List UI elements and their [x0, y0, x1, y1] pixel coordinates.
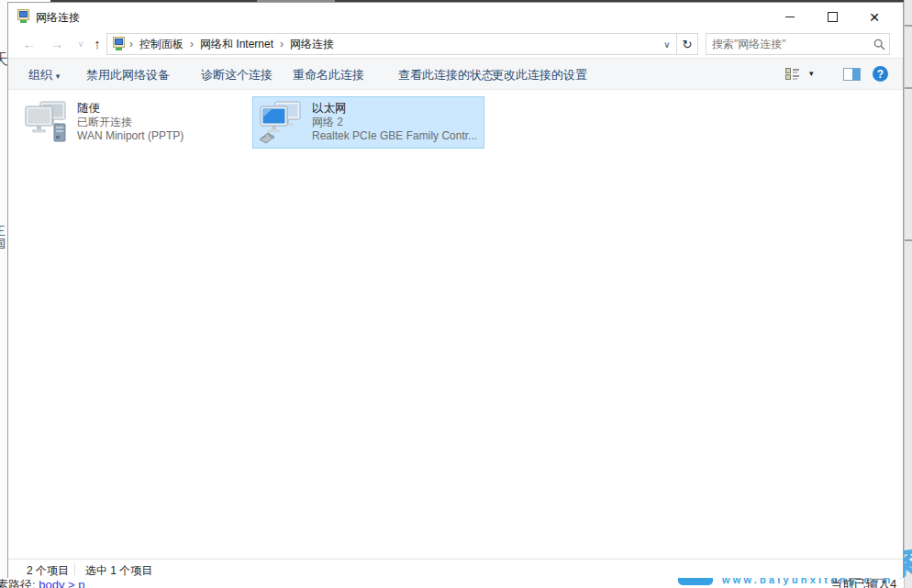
window-title: 网络连接 [36, 10, 80, 26]
search-icon [873, 39, 885, 50]
status-separator [74, 563, 75, 575]
left-fragment: 天 [0, 50, 7, 70]
address-dropdown-button[interactable]: ∨ [658, 39, 676, 50]
change-settings-button[interactable]: 更改此连接的设置 [492, 67, 587, 83]
connection-name: 以太网 [312, 102, 477, 116]
element-path-link[interactable]: body > p [39, 578, 84, 588]
chevron-down-icon: ∨ [663, 39, 670, 50]
network-connections-icon [16, 9, 30, 24]
disable-device-button[interactable]: 禁用此网络设备 [86, 67, 170, 83]
items-count: 2 个项目 [27, 563, 69, 579]
up-button[interactable]: ↑ [87, 34, 107, 54]
connection-text: 随便 已断开连接 WAN Miniport (PPTP) [77, 102, 184, 143]
refresh-icon: ↻ [683, 38, 693, 51]
connection-name: 随便 [77, 102, 184, 116]
organize-menu-button[interactable]: 组织 ▾ [28, 67, 60, 83]
breadcrumb-network-internet[interactable]: 网络和 Internet [194, 37, 280, 52]
background-left-strip: ( 天 王 国 [0, 0, 7, 588]
connection-text: 以太网 网络 2 Realtek PCIe GBE Family Contr..… [312, 102, 477, 143]
minimize-icon [785, 17, 795, 17]
element-path-label: 素路径: [0, 578, 36, 588]
search-button[interactable] [869, 39, 889, 50]
breadcrumb-network-connections[interactable]: 网络连接 [284, 37, 340, 52]
organize-label: 组织 [28, 68, 52, 82]
maximize-icon [828, 12, 838, 22]
help-icon: ? [877, 68, 884, 81]
scrollbar-mark [905, 239, 912, 241]
help-button[interactable]: ? [873, 66, 888, 82]
rename-connection-button[interactable]: 重命名此连接 [293, 67, 364, 83]
preview-pane-icon[interactable] [843, 68, 861, 81]
rj45-connector [260, 133, 274, 143]
view-status-button[interactable]: 查看此连接的状态 [398, 67, 494, 83]
chevron-down-icon: ▾ [56, 72, 61, 81]
address-bar[interactable]: › 控制面板 › 网络和 Internet › 网络连接 ∨ ↻ [106, 33, 698, 55]
maximize-button[interactable] [811, 3, 853, 30]
status-bar: 2 个项目 选中 1 个项目 [8, 559, 903, 578]
close-button[interactable]: × [853, 3, 895, 30]
screen: ( 天 王 国 素路径: body > p 当前已输入4 网络连接 [0, 0, 912, 588]
scrollbar-mark [905, 25, 912, 27]
selected-count: 选中 1 个项目 [85, 563, 152, 579]
left-fragment: 国 [0, 236, 6, 252]
connection-device: WAN Miniport (PPTP) [77, 129, 184, 143]
scrollbar-mark [905, 87, 912, 89]
connection-item-wan-miniport[interactable]: 随便 已断开连接 WAN Miniport (PPTP) [17, 96, 243, 149]
view-dropdown-button[interactable]: ▾ [809, 69, 814, 78]
search-input[interactable] [706, 38, 869, 50]
chevron-down-icon: ▾ [809, 69, 814, 78]
forward-button[interactable]: → [47, 34, 67, 54]
diagnose-connection-button[interactable]: 诊断这个连接 [201, 67, 272, 83]
up-icon: ↑ [94, 36, 101, 51]
minimize-button[interactable] [769, 3, 811, 30]
chevron-down-icon: ∨ [78, 39, 84, 49]
search-box [706, 33, 890, 55]
connection-status: 网络 2 [312, 116, 477, 129]
forward-icon: → [50, 36, 64, 51]
disconnected-network-icon [22, 99, 70, 147]
refresh-button[interactable]: ↻ [676, 34, 697, 54]
navigation-bar: ← → ∨ ↑ › 控制面板 › 网络和 Internet [8, 30, 903, 59]
connection-item-ethernet[interactable]: 以太网 网络 2 Realtek PCIe GBE Family Contr..… [252, 96, 484, 149]
ethernet-network-icon [257, 99, 305, 147]
back-button[interactable]: ← [19, 34, 39, 54]
change-view-icon[interactable] [785, 68, 800, 80]
breadcrumb-control-panel[interactable]: 控制面板 [133, 37, 190, 52]
back-icon: ← [23, 36, 37, 51]
connection-device: Realtek PCIe GBE Family Contr... [312, 129, 477, 143]
address-location-icon [111, 37, 126, 51]
titlebar[interactable]: 网络连接 × [8, 3, 903, 30]
network-connections-window: 网络连接 × ← → ∨ ↑ [7, 2, 904, 578]
connection-status: 已断开连接 [77, 116, 184, 129]
command-toolbar: 组织 ▾ 禁用此网络设备 诊断这个连接 重命名此连接 查看此连接的状态 更改此连… [8, 59, 903, 90]
close-icon: × [869, 8, 879, 26]
